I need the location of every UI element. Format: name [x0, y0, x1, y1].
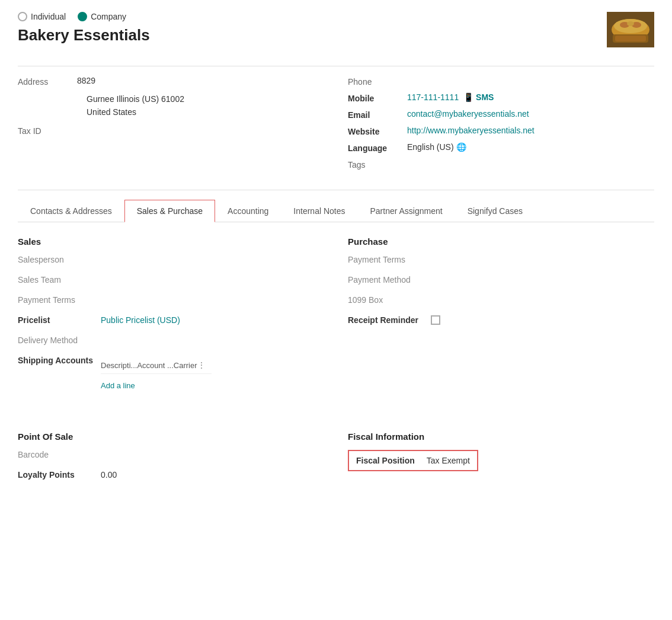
pos-fiscal-section: Point Of Sale Barcode Loyalty Points 0.0…: [18, 432, 654, 490]
sales-team-label: Sales Team: [18, 275, 101, 285]
email-row: Email contact@mybakeryessentials.net: [348, 109, 654, 120]
fiscal-position-highlight: Fiscal Position Tax Exempt: [348, 450, 478, 471]
tab-contacts-label: Contacts & Addresses: [30, 206, 112, 216]
three-dots-icon[interactable]: ⋮: [197, 360, 212, 370]
shipping-table: Descripti... Account ... Carrier ⋮ Add a…: [101, 360, 212, 390]
header-divider: [18, 66, 654, 66]
tab-accounting-label: Accounting: [228, 206, 268, 216]
tab-accounting[interactable]: Accounting: [215, 200, 281, 222]
barcode-label: Barcode: [18, 450, 101, 459]
company-name: Bakery Essentials: [18, 26, 150, 44]
fiscal-position-row: Fiscal Position Tax Exempt: [348, 450, 654, 471]
email-value[interactable]: contact@mybakeryessentials.net: [407, 109, 529, 119]
fiscal-info-title: Fiscal Information: [348, 432, 654, 442]
purchase-column: Purchase Payment Terms Payment Method 10…: [348, 237, 654, 396]
receipt-reminder-label: Receipt Reminder: [348, 315, 431, 325]
taxid-label: Tax ID: [18, 125, 77, 136]
website-label: Website: [348, 126, 407, 136]
mobile-value[interactable]: 117-111-1111: [407, 92, 459, 102]
individual-radio[interactable]: [18, 12, 27, 21]
company-image[interactable]: [607, 12, 654, 47]
sms-label[interactable]: SMS: [476, 92, 494, 102]
website-value[interactable]: http://www.mybakeryessentials.net: [407, 126, 535, 135]
sales-section-title: Sales: [18, 237, 324, 247]
pos-title: Point Of Sale: [18, 432, 324, 442]
delivery-method-row: Delivery Method: [18, 335, 324, 350]
shipping-accounts-row: Shipping Accounts Descripti... Account .…: [18, 356, 324, 390]
phone-row: Phone: [348, 76, 654, 87]
company-radio[interactable]: [78, 12, 87, 21]
tab-sales-purchase-label: Sales & Purchase: [137, 206, 203, 216]
contact-section: Address 8829 Gurnee Illinois (US) 61002 …: [18, 76, 654, 175]
tags-row: Tags: [348, 159, 654, 170]
website-row: Website http://www.mybakeryessentials.ne…: [348, 126, 654, 136]
company-label: Company: [91, 12, 126, 21]
tags-label: Tags: [348, 159, 407, 170]
globe-icon: 🌐: [456, 142, 466, 152]
table-header: Descripti... Account ... Carrier ⋮: [101, 360, 212, 374]
mobile-label: Mobile: [348, 92, 407, 103]
address-city: Gurnee Illinois (US) 61002: [87, 92, 324, 106]
tab-partner-assignment[interactable]: Partner Assignment: [358, 200, 455, 222]
receipt-reminder-checkbox[interactable]: [431, 315, 440, 325]
tab-signifyd[interactable]: Signifyd Cases: [455, 200, 535, 222]
fiscal-position-value[interactable]: Tax Exempt: [427, 456, 470, 465]
add-line-button[interactable]: Add a line: [101, 376, 212, 390]
pos-column: Point Of Sale Barcode Loyalty Points 0.0…: [18, 432, 324, 490]
fiscal-position-label: Fiscal Position: [356, 456, 415, 465]
tab-contacts[interactable]: Contacts & Addresses: [18, 200, 124, 222]
col-description: Descripti...: [101, 361, 137, 370]
tab-internal-notes-label: Internal Notes: [293, 206, 345, 216]
purchase-section-title: Purchase: [348, 237, 654, 247]
col-account: Account ...: [137, 361, 173, 370]
receipt-reminder-row: Receipt Reminder: [348, 315, 654, 330]
sms-icon: 📱: [463, 92, 473, 102]
language-row: Language English (US) 🌐: [348, 142, 654, 153]
tab-partner-assignment-label: Partner Assignment: [370, 206, 443, 216]
company-option[interactable]: Company: [78, 12, 126, 21]
col-carrier: Carrier: [174, 361, 197, 370]
address-number: 8829: [77, 76, 95, 85]
address-row: Address 8829: [18, 76, 324, 87]
box-1099-label: 1099 Box: [348, 295, 431, 305]
box-1099-row: 1099 Box: [348, 295, 654, 309]
svg-point-5: [627, 21, 634, 26]
language-label: Language: [348, 142, 407, 153]
tab-signifyd-label: Signifyd Cases: [468, 206, 523, 216]
individual-option[interactable]: Individual: [18, 12, 66, 21]
payment-method-label: Payment Method: [348, 275, 431, 285]
contact-left: Address 8829 Gurnee Illinois (US) 61002 …: [18, 76, 324, 175]
type-selector: Individual Company: [18, 12, 150, 21]
loyalty-points-row: Loyalty Points 0.00: [18, 470, 324, 484]
individual-label: Individual: [31, 12, 66, 21]
address-label: Address: [18, 76, 77, 87]
phone-label: Phone: [348, 76, 407, 87]
pricelist-value[interactable]: Public Pricelist (USD): [101, 315, 180, 325]
fiscal-column: Fiscal Information Fiscal Position Tax E…: [348, 432, 654, 490]
tab-sales-purchase[interactable]: Sales & Purchase: [124, 200, 215, 222]
contact-divider: [18, 190, 654, 190]
tabs-container: Contacts & Addresses Sales & Purchase Ac…: [18, 200, 654, 222]
sms-button[interactable]: 📱 SMS: [463, 92, 494, 102]
sales-column: Sales Salesperson Sales Team Payment Ter…: [18, 237, 324, 396]
sales-payment-terms-row: Payment Terms: [18, 295, 324, 309]
loyalty-points-label: Loyalty Points: [18, 470, 101, 480]
salesperson-label: Salesperson: [18, 255, 101, 264]
sales-payment-terms-label: Payment Terms: [18, 295, 101, 305]
svg-rect-7: [615, 36, 646, 41]
tab-internal-notes[interactable]: Internal Notes: [281, 200, 357, 222]
contact-right: Phone Mobile 117-111-1111 📱 SMS Email co…: [348, 76, 654, 175]
mobile-row: Mobile 117-111-1111 📱 SMS: [348, 92, 654, 103]
barcode-row: Barcode: [18, 450, 324, 464]
sales-purchase-content: Sales Salesperson Sales Team Payment Ter…: [18, 237, 654, 396]
language-value: English (US): [407, 142, 454, 152]
address-block: Gurnee Illinois (US) 61002 United States: [87, 92, 324, 119]
payment-method-row: Payment Method: [348, 275, 654, 289]
pricelist-row: Pricelist Public Pricelist (USD): [18, 315, 324, 330]
purchase-payment-terms-label: Payment Terms: [348, 255, 431, 264]
pricelist-label: Pricelist: [18, 315, 101, 325]
taxid-row: Tax ID: [18, 125, 324, 136]
add-line-label[interactable]: Add a line: [101, 381, 135, 390]
email-label: Email: [348, 109, 407, 120]
address-country: United States: [87, 106, 324, 119]
